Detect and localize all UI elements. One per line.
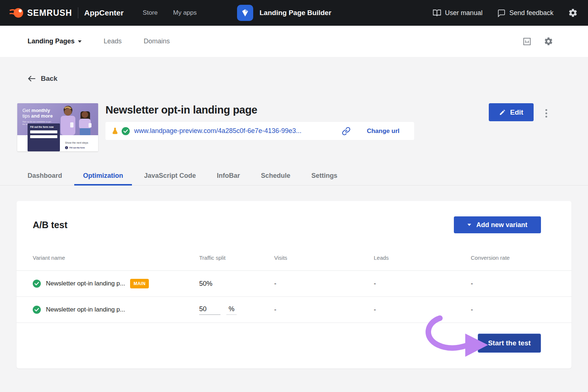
leads-value: - xyxy=(374,280,471,288)
table-header-row: Variant name Traffic split Visits Leads … xyxy=(17,233,571,271)
table-row: Newsletter opt-in landing p... MAIN 50% … xyxy=(17,271,571,297)
back-label: Back xyxy=(41,75,57,83)
app-root: SEMRUSH AppCenter Store My apps Landing … xyxy=(0,0,588,368)
topbar-nav: Store My apps xyxy=(143,9,197,17)
column-leads: Leads xyxy=(374,255,471,261)
leads-value: - xyxy=(374,306,471,314)
url-bar: www.landpage-preview.com/4a285c0f-6e7e-4… xyxy=(105,122,414,140)
nav-domains[interactable]: Domains xyxy=(144,37,170,45)
tab-bar: Dashboard Optimization JavaScript Code I… xyxy=(0,168,588,186)
conversion-rate-value: - xyxy=(471,306,555,314)
main-badge: MAIN xyxy=(130,279,149,288)
thumbnail-form-title: Fill out the form now xyxy=(30,126,57,128)
traffic-split-value: 50% xyxy=(199,280,274,288)
analytics-icon[interactable] xyxy=(523,37,531,46)
ab-test-title: A/B test xyxy=(33,220,67,230)
subnav-icons xyxy=(523,37,553,46)
percent-suffix: % xyxy=(226,305,237,315)
thumbnail-step-number: 1 xyxy=(65,146,68,149)
more-options-kebab-icon[interactable] xyxy=(544,107,549,120)
thumbnail-step-label: Fill out the form xyxy=(69,147,85,149)
variant-status-check-icon xyxy=(33,306,41,314)
variant-status-check-icon xyxy=(33,280,41,288)
table-row: Newsletter opt-in landing p... % - - - xyxy=(17,297,571,323)
pencil-icon xyxy=(499,109,506,116)
visits-value: - xyxy=(274,306,374,314)
app-title: Landing Page Builder xyxy=(259,9,331,17)
nav-landing-pages-label: Landing Pages xyxy=(28,37,75,45)
page-header: Get monthly tips and more Sign up for ou… xyxy=(17,103,571,151)
landing-page-builder-app-icon xyxy=(237,5,253,21)
chevron-down-icon xyxy=(467,224,471,226)
thumbnail-form-panel: Fill out the form now xyxy=(28,123,60,151)
user-manual-link[interactable]: User manual xyxy=(433,8,483,17)
topbar-actions: User manual Send feedback xyxy=(433,8,578,18)
ab-test-card: A/B test Add new variant Variant name Tr… xyxy=(17,201,571,368)
edit-button-label: Edit xyxy=(510,108,523,116)
landing-page-thumbnail[interactable]: Get monthly tips and more Sign up for ou… xyxy=(17,103,98,151)
copy-link-icon[interactable] xyxy=(342,127,351,136)
brand-divider xyxy=(78,7,78,18)
tab-schedule[interactable]: Schedule xyxy=(261,168,290,186)
url-status-check-icon xyxy=(122,127,130,135)
tab-infobar[interactable]: InfoBar xyxy=(217,168,240,186)
variant-name[interactable]: Newsletter opt-in landing p... xyxy=(46,306,125,313)
thumbnail-heading: Get monthly tips and more xyxy=(22,108,53,119)
page-title: Newsletter opt-in landing page xyxy=(105,104,414,116)
topbar-nav-my-apps[interactable]: My apps xyxy=(173,9,197,17)
top-bar: SEMRUSH AppCenter Store My apps Landing … xyxy=(0,0,588,26)
brand-name[interactable]: SEMRUSH xyxy=(27,8,72,18)
thumbnail-people-illustration xyxy=(53,105,97,135)
add-new-variant-label: Add new variant xyxy=(476,221,527,229)
column-traffic-split: Traffic split xyxy=(199,255,274,261)
chevron-down-icon xyxy=(78,40,82,43)
ab-flask-icon xyxy=(111,127,119,136)
variant-name[interactable]: Newsletter opt-in landing p... xyxy=(46,280,125,287)
main-content: Back Get monthly tips and more Sign up f… xyxy=(0,57,588,368)
back-arrow-icon xyxy=(28,75,36,82)
thumbnail-form-input xyxy=(30,130,57,133)
nav-leads[interactable]: Leads xyxy=(104,37,122,45)
change-url-button[interactable]: Change url xyxy=(367,127,399,135)
thumbnail-steps: Show the next steps 1 Fill out the form xyxy=(65,141,97,149)
suite-name[interactable]: AppCenter xyxy=(84,8,123,17)
sub-nav: Landing Pages Leads Domains xyxy=(0,26,588,57)
edit-button[interactable]: Edit xyxy=(489,103,534,121)
landing-page-url[interactable]: www.landpage-preview.com/4a285c0f-6e7e-4… xyxy=(134,127,301,135)
book-icon xyxy=(433,8,441,17)
app-identity: Landing Page Builder xyxy=(237,5,433,21)
visits-value: - xyxy=(274,280,374,288)
semrush-logo-icon xyxy=(10,6,24,19)
conversion-rate-value: - xyxy=(471,280,555,288)
send-feedback-label: Send feedback xyxy=(509,9,553,17)
topbar-gear-icon[interactable] xyxy=(568,8,578,18)
tab-optimization[interactable]: Optimization xyxy=(74,168,132,186)
thumbnail-steps-title: Show the next steps xyxy=(65,141,97,144)
tab-settings[interactable]: Settings xyxy=(311,168,337,186)
nav-landing-pages[interactable]: Landing Pages xyxy=(28,37,82,45)
page-header-actions: Edit xyxy=(489,103,571,151)
tab-javascript-code[interactable]: JavaScript Code xyxy=(144,168,196,186)
feedback-bubble-icon xyxy=(497,9,506,17)
traffic-split-input[interactable] xyxy=(199,305,220,315)
column-variant-name: Variant name xyxy=(33,255,199,261)
user-manual-label: User manual xyxy=(445,9,483,17)
brand-group: SEMRUSH AppCenter Store My apps xyxy=(10,6,197,19)
back-button[interactable]: Back xyxy=(28,73,588,84)
send-feedback-link[interactable]: Send feedback xyxy=(497,9,553,17)
column-visits: Visits xyxy=(274,255,374,261)
page-title-block: Newsletter opt-in landing page www.landp… xyxy=(105,103,414,151)
topbar-nav-store[interactable]: Store xyxy=(143,9,158,17)
column-conversion-rate: Conversion rate xyxy=(471,255,555,261)
thumbnail-form-input xyxy=(30,135,57,138)
add-new-variant-button[interactable]: Add new variant xyxy=(454,216,541,233)
tab-dashboard[interactable]: Dashboard xyxy=(28,168,62,186)
settings-gear-icon[interactable] xyxy=(544,37,553,46)
start-the-test-button[interactable]: Start the test xyxy=(478,334,541,353)
